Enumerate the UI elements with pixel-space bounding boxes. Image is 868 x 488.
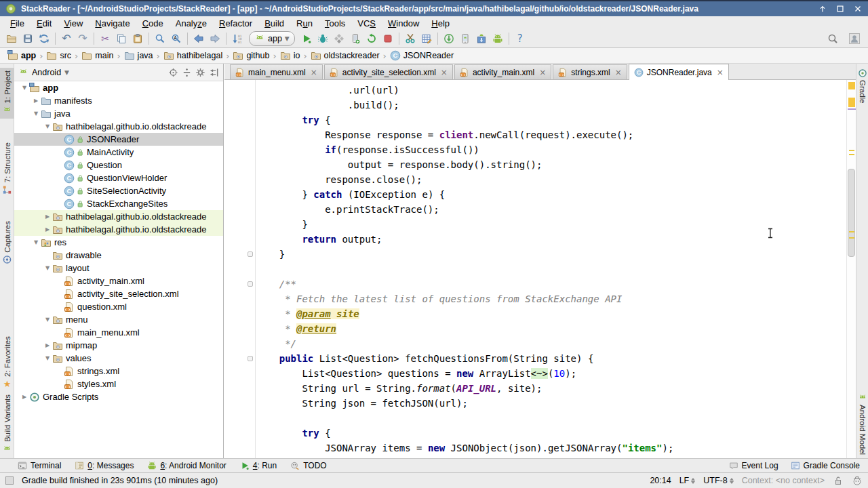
tree-item[interactable]: strings.xml	[14, 365, 223, 378]
menu-build[interactable]: Build	[258, 18, 290, 29]
code-line[interactable]: }	[256, 247, 846, 262]
stripe-mark[interactable]	[848, 82, 855, 89]
avd-manager-button[interactable]	[457, 30, 473, 47]
toolwindow-button-gradle-console[interactable]: Gradle Console	[791, 461, 860, 470]
tree-item[interactable]: ▶hathibelagal.github.io.oldstackreade	[14, 223, 223, 236]
tab-JSONReader.java[interactable]: CJSONReader.java×	[629, 64, 729, 80]
window-switcher-icon[interactable]	[4, 475, 15, 486]
tree-item[interactable]: CSiteSelectionActivity	[14, 184, 223, 197]
open-button[interactable]	[3, 30, 20, 47]
toolwindow-button-todo[interactable]: TODO	[290, 461, 326, 470]
run-configuration-dropdown[interactable]: app▼	[249, 31, 295, 46]
menu-run[interactable]: Run	[290, 18, 319, 29]
toolwindow-button-6--android-monitor[interactable]: 6: Android Monitor	[147, 461, 226, 470]
breadcrumb-item[interactable]: main	[79, 50, 115, 61]
help-button[interactable]: ?	[512, 30, 528, 47]
code-line[interactable]: try {	[256, 426, 846, 441]
tab-activity_site_selection.xml[interactable]: activity_site_selection.xml×	[324, 64, 453, 79]
sync-button[interactable]	[36, 30, 52, 47]
tree-item[interactable]: activity_main.xml	[14, 274, 223, 287]
editor-gutter[interactable]	[224, 80, 256, 458]
project-structure-button[interactable]	[402, 30, 418, 47]
stripe-mark[interactable]	[848, 108, 856, 110]
code-line[interactable]: String url = String.format(API_URL, site…	[256, 381, 846, 396]
debug-button[interactable]	[315, 30, 331, 47]
stripe-mark[interactable]	[849, 150, 854, 151]
menu-code[interactable]: Code	[136, 18, 170, 29]
collapse-all-icon[interactable]	[209, 67, 219, 77]
code-line[interactable]	[256, 262, 846, 277]
tab-close-icon[interactable]: ×	[615, 68, 622, 77]
menu-analyze[interactable]: Analyze	[170, 18, 213, 29]
encoding-selector[interactable]: UTF-8	[703, 476, 733, 485]
tree-item[interactable]: question.xml	[14, 300, 223, 313]
search-button[interactable]	[825, 30, 841, 47]
tree-item[interactable]: ▼menu	[14, 313, 223, 326]
code-line[interactable]: * Fetch the latest list of questions fro…	[256, 291, 846, 306]
menu-help[interactable]: Help	[425, 18, 456, 29]
forward-button[interactable]	[207, 30, 223, 47]
tree-item[interactable]: drawable	[14, 249, 223, 262]
locate-icon[interactable]	[168, 67, 178, 77]
code-line[interactable]: JSONArray items = new JSONObject(json).g…	[256, 441, 846, 455]
breadcrumb-item[interactable]: CJSONReader	[388, 50, 456, 61]
stripe-mark[interactable]	[849, 231, 854, 232]
tab-close-icon[interactable]: ×	[539, 68, 546, 77]
project-view-selector[interactable]: Android ▼	[18, 67, 165, 77]
code-line[interactable]: return output;	[256, 232, 846, 247]
tab-main_menu.xml[interactable]: main_menu.xml×	[230, 64, 323, 79]
code-line[interactable]: output = response.body().string();	[256, 157, 846, 172]
code-line[interactable]: public List<Question> fetchQuestionsFrom…	[256, 351, 846, 366]
code-line[interactable]: * @param site	[256, 306, 846, 321]
gear-icon[interactable]	[195, 67, 205, 77]
coverage-button[interactable]	[331, 30, 347, 47]
tree-item[interactable]: main_menu.xml	[14, 326, 223, 339]
paste-button[interactable]	[130, 30, 146, 47]
find-button[interactable]	[152, 30, 168, 47]
inspections-icon[interactable]	[852, 475, 863, 486]
code-line[interactable]: response.close();	[256, 172, 846, 187]
breadcrumb-item[interactable]: app	[5, 50, 38, 61]
tree-item[interactable]: CJSONReader	[14, 133, 223, 146]
tree-item[interactable]: CQuestionViewHolder	[14, 171, 223, 184]
minimize-icon[interactable]	[818, 4, 827, 14]
code-line[interactable]: .url(url)	[256, 83, 846, 98]
tree-item[interactable]: activity_site_selection.xml	[14, 287, 223, 300]
tool-button-build-variants[interactable]: Build Variants	[0, 392, 14, 457]
line-ending-selector[interactable]: LF	[679, 476, 696, 485]
tree-item[interactable]: ▼res	[14, 236, 223, 249]
toolwindow-button-event-log[interactable]: Event Log	[729, 461, 778, 470]
gradle-sync-button[interactable]	[441, 30, 457, 47]
tree-item[interactable]: ▼values	[14, 352, 223, 365]
code-line[interactable]: .build();	[256, 98, 846, 113]
tool-button-android-model[interactable]: Android Model	[856, 391, 868, 457]
fold-marker[interactable]	[248, 356, 253, 361]
code-line[interactable]: */	[256, 336, 846, 351]
code-line[interactable]: String json = fetchJSON(url);	[256, 396, 846, 411]
tree-item[interactable]: CQuestion	[14, 159, 223, 171]
breadcrumb-item[interactable]: oldstackreader	[309, 50, 382, 61]
menu-window[interactable]: Window	[382, 18, 425, 29]
code-line[interactable]	[256, 411, 846, 426]
tree-item[interactable]: ▼app	[14, 81, 223, 94]
toolwindow-button-0--messages[interactable]: 0: Messages	[75, 461, 134, 470]
code-line[interactable]: /**	[256, 277, 846, 291]
replace-button[interactable]: A	[168, 30, 184, 47]
code-line[interactable]: }	[256, 217, 846, 232]
tree-item[interactable]: CStackExchangeSites	[14, 197, 223, 210]
tab-close-icon[interactable]: ×	[441, 68, 448, 77]
tree-item[interactable]: ▼layout	[14, 262, 223, 274]
breadcrumb-item[interactable]: src	[44, 50, 73, 61]
code-area[interactable]: .url(url) .build(); try { Response respo…	[256, 80, 846, 458]
sdk-manager-button[interactable]	[418, 30, 435, 47]
stop-button[interactable]	[380, 30, 396, 47]
code-line[interactable]: if(response.isSuccessful())	[256, 142, 846, 157]
tab-strings.xml[interactable]: strings.xml×	[553, 64, 627, 79]
sdk-update-button[interactable]	[473, 30, 490, 47]
breadcrumb-item[interactable]: github	[231, 50, 271, 61]
scrollbar-thumb[interactable]	[848, 169, 855, 257]
tab-close-icon[interactable]: ×	[717, 68, 724, 77]
stripe-mark[interactable]	[849, 237, 854, 239]
code-line[interactable]: } catch (IOException e) {	[256, 187, 846, 202]
save-button[interactable]	[20, 30, 36, 47]
